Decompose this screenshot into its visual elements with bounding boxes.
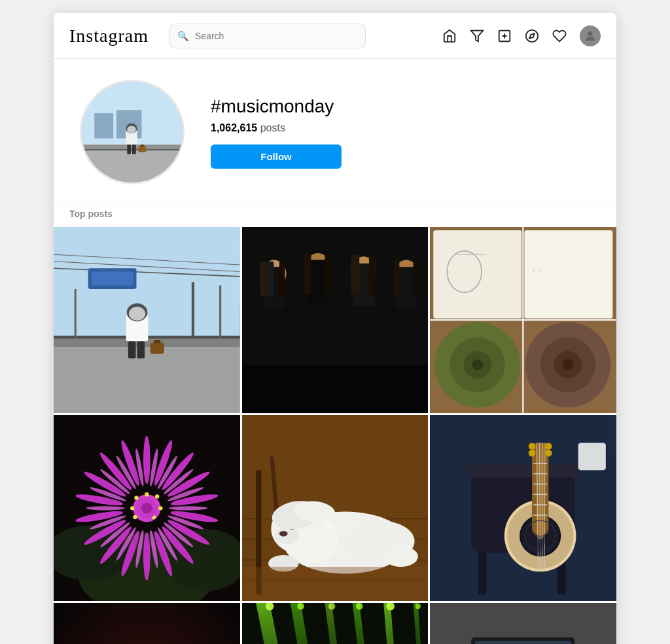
svg-rect-147: [478, 553, 487, 594]
svg-point-71: [563, 359, 574, 370]
svg-point-167: [545, 443, 552, 450]
svg-rect-55: [394, 260, 399, 298]
post-6[interactable]: [430, 415, 616, 602]
svg-point-115: [134, 496, 138, 500]
home-icon[interactable]: [442, 29, 457, 43]
section-top-posts: Top posts: [54, 203, 616, 227]
svg-rect-27: [54, 347, 240, 413]
svg-text:♪ ♫: ♪ ♫: [532, 266, 542, 273]
post-4[interactable]: [54, 415, 240, 602]
svg-point-199: [297, 603, 304, 610]
svg-point-123: [141, 503, 152, 514]
svg-point-169: [545, 449, 552, 456]
svg-point-4: [526, 29, 538, 41]
app-window: Instagram 🔍: [54, 13, 616, 644]
svg-rect-56: [413, 260, 419, 296]
svg-point-168: [529, 449, 536, 456]
svg-point-17: [127, 126, 135, 133]
svg-rect-18: [139, 146, 147, 152]
svg-rect-171: [578, 443, 606, 470]
heart-icon[interactable]: [552, 29, 567, 43]
profile-hashtag: #musicmonday: [211, 96, 342, 117]
svg-marker-5: [529, 33, 535, 39]
svg-point-121: [130, 506, 134, 510]
svg-point-201: [356, 603, 363, 610]
svg-point-200: [328, 603, 335, 610]
post-2[interactable]: [242, 227, 429, 413]
search-input[interactable]: [169, 24, 366, 48]
app-logo[interactable]: Instagram: [69, 25, 149, 46]
svg-point-203: [415, 603, 420, 609]
profile-info: #musicmonday 1,062,615 posts Follow: [211, 96, 342, 169]
svg-point-88: [143, 532, 150, 581]
svg-rect-43: [261, 262, 265, 296]
svg-rect-15: [132, 144, 136, 154]
svg-rect-37: [75, 289, 77, 337]
profile-section: #musicmonday 1,062,615 posts Follow: [54, 59, 616, 203]
svg-rect-25: [92, 272, 133, 286]
svg-rect-11: [82, 151, 183, 182]
svg-point-141: [383, 546, 418, 567]
svg-rect-143: [242, 567, 429, 602]
svg-point-135: [274, 528, 299, 544]
svg-point-101: [169, 506, 207, 510]
svg-point-33: [129, 307, 145, 320]
svg-point-116: [155, 494, 159, 498]
follow-button[interactable]: Follow: [211, 144, 342, 169]
svg-rect-14: [127, 144, 131, 154]
svg-rect-57: [242, 365, 429, 413]
svg-rect-38: [219, 286, 221, 337]
post-9[interactable]: [430, 603, 616, 644]
add-icon[interactable]: [497, 29, 512, 43]
profile-post-count: 1,062,615 posts: [211, 122, 342, 134]
svg-point-6: [588, 31, 592, 35]
svg-marker-0: [471, 30, 483, 41]
search-icon: 🔍: [177, 31, 188, 41]
svg-rect-59: [434, 230, 522, 318]
svg-rect-35: [154, 340, 161, 343]
explore-icon[interactable]: [525, 29, 539, 43]
svg-point-120: [158, 506, 162, 510]
svg-rect-48: [325, 253, 332, 293]
post-1[interactable]: [54, 227, 240, 413]
svg-point-110: [86, 506, 125, 510]
filter-icon[interactable]: [470, 29, 484, 43]
user-avatar[interactable]: [580, 25, 601, 46]
svg-rect-52: [369, 254, 376, 296]
svg-rect-31: [137, 341, 145, 358]
svg-rect-51: [351, 254, 359, 294]
post-3[interactable]: ♪ ♫: [430, 227, 616, 413]
hashtag-avatar: [80, 80, 185, 184]
svg-rect-62: [525, 230, 613, 318]
svg-point-136: [279, 531, 288, 536]
svg-rect-208: [475, 641, 572, 644]
svg-rect-34: [150, 343, 164, 354]
svg-rect-146: [465, 463, 582, 477]
svg-point-166: [529, 443, 536, 450]
svg-point-67: [472, 359, 484, 370]
nav-icons-group: [442, 25, 601, 46]
svg-point-119: [145, 492, 149, 496]
search-container: 🔍: [169, 24, 366, 48]
post-8[interactable]: [242, 603, 429, 644]
svg-point-118: [133, 515, 137, 519]
post-5[interactable]: [242, 415, 429, 602]
svg-rect-8: [94, 113, 113, 139]
posts-grid: ♪ ♫: [54, 227, 616, 644]
svg-point-79: [143, 435, 150, 484]
post-7[interactable]: Rhapsody: [54, 603, 240, 644]
svg-rect-47: [304, 253, 311, 294]
svg-rect-36: [192, 282, 194, 337]
svg-rect-173: [54, 603, 240, 644]
nav-bar: Instagram 🔍: [54, 13, 616, 59]
svg-rect-44: [279, 262, 285, 299]
svg-rect-30: [128, 341, 136, 358]
svg-rect-19: [141, 144, 145, 146]
